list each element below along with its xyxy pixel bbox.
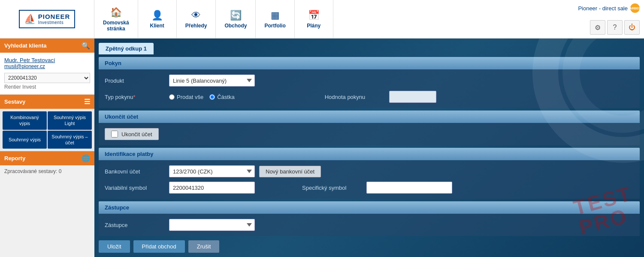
- top-icons: ⚙ ? ⏻: [590, 20, 640, 35]
- zpracovavane-label: Zpracovávané sestavy: 0: [4, 168, 61, 174]
- panel-zastupce-header: Zástupce: [99, 201, 640, 214]
- home-icon: 🏠: [110, 7, 122, 18]
- sidebar-search-section: Vyhledat klienta 🔍 Mudr. Petr Testovací …: [0, 39, 94, 95]
- ukoncit-row: Ukončit účet: [105, 128, 634, 140]
- variabilni-label: Variabilní symbol: [105, 185, 165, 191]
- settings-button[interactable]: ⚙: [590, 20, 605, 35]
- row-typ-pokynu: Typ pokynu* Prodat vše Částka Hodnota po…: [105, 91, 634, 103]
- novy-bank-ucet-button[interactable]: Nový bankovní účet: [259, 166, 321, 177]
- sidebar-reporty-section: Reporty 🌐 Zpracovávané sestavy: 0: [0, 151, 94, 177]
- globe-icon: 🌐: [82, 154, 90, 162]
- panel-ukoncit-body: Ukončit účet: [99, 123, 640, 145]
- sidebar-search-header: Vyhledat klienta 🔍: [0, 39, 94, 53]
- form-area: TEST PRO Zpětný odkup 1 Pokyn Produkt Li…: [94, 39, 644, 257]
- row-produkt: Produkt Linie 5 (Balancovaný): [105, 75, 634, 87]
- sidebar-client-area: Mudr. Petr Testovací musil@pioneer.cz 22…: [0, 53, 94, 95]
- help-button[interactable]: ?: [607, 20, 623, 35]
- row-zastupce: Zástupce: [105, 219, 634, 231]
- nav-klient[interactable]: 👤 Klient: [138, 0, 177, 38]
- panel-identifikace-header: Identifikace platby: [99, 148, 640, 160]
- radio-prodat-vse[interactable]: Prodat vše: [169, 94, 203, 100]
- sidebar-reporty-label: Reporty: [4, 155, 25, 161]
- sidebar-sestavy-label: Sestavy: [4, 99, 25, 105]
- main-nav: 🏠 Domovskástránka 👤 Klient 👁 Přehledy 🔄 …: [94, 0, 558, 38]
- menu-icon: ☰: [84, 98, 90, 106]
- nav-prehledy[interactable]: 👁 Přehledy: [177, 0, 216, 38]
- eye-icon: 👁: [191, 10, 201, 21]
- nav-home[interactable]: 🏠 Domovskástránka: [94, 0, 138, 38]
- tab-row: Zpětný odkup 1: [99, 43, 640, 54]
- radio-castka-label: Částka: [217, 94, 234, 100]
- nav-portfolio[interactable]: ▦ Portfolio: [256, 0, 294, 38]
- radio-castka[interactable]: Částka: [209, 94, 234, 100]
- souhrnny-vypis-light-button[interactable]: Souhrnný výpis Light: [48, 111, 92, 130]
- souhrnny-vypis-ucet-button[interactable]: Souhrnný výpis – účet: [48, 131, 92, 149]
- power-button[interactable]: ⏻: [624, 20, 640, 35]
- panel-zastupce-body: Zástupce: [99, 214, 640, 236]
- logo-investments: Investments: [38, 20, 70, 25]
- required-mark: *: [133, 94, 136, 100]
- nav-portfolio-label: Portfolio: [264, 23, 285, 29]
- panel-pokyn: Pokyn Produkt Linie 5 (Balancovaný) Typ …: [99, 57, 640, 108]
- sidebar-search-label: Vyhledat klienta: [4, 42, 47, 49]
- account-select-row: 2200041320: [4, 73, 90, 83]
- sidebar-sestavy-header: Sestavy ☰: [0, 95, 94, 109]
- panel-pokyn-body: Produkt Linie 5 (Balancovaný) Typ pokynu…: [99, 69, 640, 108]
- panel-identifikace-body: Bankovní účet 123/2700 (CZK) Nový bankov…: [99, 160, 640, 199]
- top-right: Pioneer - direct sale ARBES ⚙ ? ⏻: [558, 0, 644, 38]
- zastupce-label: Zástupce: [105, 222, 165, 228]
- reporty-area: Zpracovávané sestavy: 0: [0, 165, 94, 177]
- produkt-label: Produkt: [105, 78, 165, 84]
- typ-pokynu-label: Typ pokynu*: [105, 94, 165, 100]
- kombinovany-vypis-button[interactable]: Kombinovaný výpis: [3, 111, 47, 130]
- account-type-label: Rentier Invest: [4, 84, 90, 90]
- variabilni-symbol-input[interactable]: [169, 182, 255, 194]
- pridat-obchod-button[interactable]: Přidat obchod: [133, 240, 185, 253]
- panel-ukoncit: Ukončit účet Ukončit účet: [99, 111, 640, 145]
- top-bar: ⛵ PIONEER Investments 🏠 Domovskástránka …: [0, 0, 644, 39]
- nav-klient-label: Klient: [150, 23, 164, 29]
- zastupce-select[interactable]: [169, 219, 255, 231]
- client-email-link[interactable]: musil@pioneer.cz: [4, 63, 90, 69]
- main-content: Vyhledat klienta 🔍 Mudr. Petr Testovací …: [0, 39, 644, 257]
- souhrnny-vypis-button[interactable]: Souhrnný výpis: [3, 131, 47, 149]
- account-select[interactable]: 2200041320: [4, 73, 90, 83]
- specificky-label: Specifický symbol: [302, 185, 362, 191]
- refresh-icon: 🔄: [230, 10, 242, 21]
- nav-plany[interactable]: 📅 Plány: [295, 0, 333, 38]
- row-variabilni: Variabilní symbol Specifický symbol: [105, 182, 634, 194]
- person-icon: 👤: [151, 10, 163, 21]
- logo-text: PIONEER Investments: [38, 13, 70, 25]
- sidebar-search-icon: 🔍: [82, 42, 90, 50]
- ulozit-button[interactable]: Uložit: [99, 240, 130, 253]
- pioneer-ship-icon: ⛵: [24, 14, 36, 25]
- nav-obchody-label: Obchody: [224, 23, 247, 29]
- ukoncit-checkbox[interactable]: [111, 131, 118, 137]
- panel-zastupce: Zástupce Zástupce: [99, 201, 640, 236]
- logo-box: ⛵ PIONEER Investments: [19, 10, 76, 29]
- ukoncit-ucet-button[interactable]: Ukončit účet: [105, 128, 159, 140]
- logo-area: ⛵ PIONEER Investments: [0, 0, 94, 38]
- hodnota-pokynu-input[interactable]: [389, 91, 436, 103]
- tab-zpetny-odkup-1[interactable]: Zpětný odkup 1: [99, 43, 154, 54]
- zrusit-button[interactable]: Zrušit: [188, 240, 220, 253]
- bottom-buttons: Uložit Přidat obchod Zrušit: [99, 240, 640, 253]
- sidebar: Vyhledat klienta 🔍 Mudr. Petr Testovací …: [0, 39, 94, 257]
- calendar-icon: 📅: [308, 10, 320, 21]
- radio-castka-input[interactable]: [209, 94, 215, 100]
- arbes-logo: ARBES: [630, 3, 640, 13]
- client-name-link[interactable]: Mudr. Petr Testovací: [4, 57, 90, 63]
- specificky-symbol-input[interactable]: [366, 182, 452, 194]
- sidebar-sestavy-section: Sestavy ☰ Kombinovaný výpis Souhrnný výp…: [0, 95, 94, 151]
- panel-ukoncit-header: Ukončit účet: [99, 111, 640, 123]
- radio-prodat-vse-input[interactable]: [169, 94, 175, 100]
- nav-obchody[interactable]: 🔄 Obchody: [216, 0, 256, 38]
- sidebar-sestavy-buttons: Kombinovaný výpis Souhrnný výpis Light S…: [0, 109, 94, 151]
- bank-ucet-select[interactable]: 123/2700 (CZK): [169, 165, 255, 177]
- row-bank-ucet: Bankovní účet 123/2700 (CZK) Nový bankov…: [105, 165, 634, 177]
- panel-identifikace: Identifikace platby Bankovní účet 123/27…: [99, 148, 640, 199]
- hodnota-label: Hodnota pokynu: [325, 94, 385, 100]
- panel-pokyn-header: Pokyn: [99, 57, 640, 69]
- bank-ucet-label: Bankovní účet: [105, 168, 165, 175]
- produkt-select[interactable]: Linie 5 (Balancovaný): [169, 75, 255, 87]
